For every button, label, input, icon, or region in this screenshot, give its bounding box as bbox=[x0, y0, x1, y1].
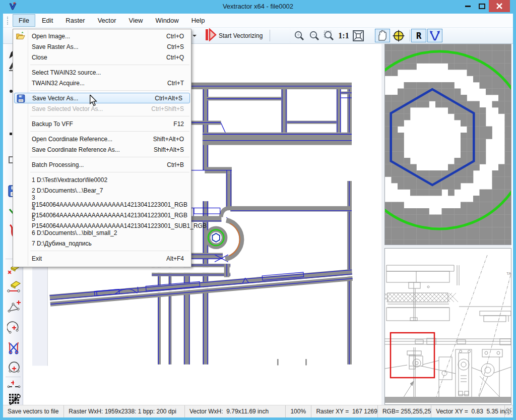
zoom-preview-drawing bbox=[385, 44, 511, 245]
menu-item-backup-to-vff[interactable]: Backup To VFFF12 bbox=[13, 118, 191, 129]
menu-item-label: 6 D:\Documents\...\bibl_small_2 bbox=[32, 229, 184, 236]
status-message: Save vectors to file bbox=[3, 405, 64, 417]
menu-separator bbox=[13, 155, 191, 159]
close-button[interactable] bbox=[489, 0, 510, 12]
menu-item-shortcut: Ctrl+Q bbox=[166, 54, 184, 61]
zoom-out-button[interactable] bbox=[307, 29, 321, 42]
zoom-select-button[interactable] bbox=[322, 29, 336, 42]
menu-item-shortcut: Ctrl+B bbox=[167, 161, 184, 168]
menu-separator bbox=[13, 170, 191, 174]
menu-item-save-coordinate-reference-as[interactable]: Save Coordinate Reference As...Shift+Alt… bbox=[13, 144, 191, 155]
menubar-item-view[interactable]: View bbox=[123, 14, 149, 27]
menu-item-save-vector-as[interactable]: Save Vector As...Ctrl+Alt+S bbox=[14, 93, 190, 103]
menu-item-label: Save Coordinate Reference As... bbox=[32, 146, 154, 153]
zoom-in-button[interactable] bbox=[292, 29, 306, 42]
start-vectorizing-button[interactable]: Start Vectorizing bbox=[205, 29, 263, 42]
menu-item-label: Batch Processing... bbox=[32, 161, 167, 168]
menu-separator bbox=[13, 114, 191, 118]
menu-item-open-coordinate-reference[interactable]: Open Coordinate Reference...Shift+Alt+O bbox=[13, 134, 191, 144]
overview-panel[interactable]: TA bbox=[384, 248, 511, 405]
cut-polyline-icon[interactable] bbox=[7, 340, 21, 354]
overview-drawing: TA bbox=[385, 249, 511, 404]
menu-item-open-image[interactable]: Open Image...Ctrl+O bbox=[13, 31, 191, 41]
menu-item-save-raster-as[interactable]: Save Raster As...Ctrl+S bbox=[13, 41, 191, 52]
maximize-button[interactable] bbox=[476, 0, 488, 12]
menu-item-shortcut: Ctrl+Shift+S bbox=[151, 105, 184, 112]
raster-xy: Raster XY = 167 1269 bbox=[311, 405, 378, 417]
menubar-item-help[interactable]: Help bbox=[185, 14, 211, 27]
menu-item-label: Save Raster As... bbox=[32, 43, 167, 50]
menu-bar: FileEditRasterVectorViewWindowHelp bbox=[3, 14, 513, 28]
menu-item-1-d-test-vextractor-file0002[interactable]: 1 D:\Test\Vextractor\file0002 bbox=[13, 174, 191, 185]
menu-item-twain32-acquire[interactable]: TWAIN32 Acquire...Ctrl+T bbox=[13, 78, 191, 88]
resize-grip[interactable] bbox=[505, 408, 512, 415]
toolbar-grip bbox=[7, 17, 9, 25]
start-vectorizing-icon bbox=[205, 28, 217, 43]
menu-item-shortcut: Shift+Alt+S bbox=[154, 146, 184, 153]
rgb-value: RGB= 255,255,25 bbox=[378, 405, 431, 417]
menu-item-label: 1 D:\Test\Vextractor\file0002 bbox=[32, 176, 184, 184]
menu-item-5-p1540064aaaaaaaaaaaaaaaa1421[interactable]: 5 P1540064AAAAAAAAAAAAAAAA14213041223001… bbox=[13, 217, 191, 227]
menu-item-label: Backup To VFF bbox=[32, 121, 173, 128]
menu-separator bbox=[13, 63, 191, 67]
menu-item-label: 7 D:\Дубина_подпись bbox=[32, 240, 184, 247]
close-icon bbox=[496, 3, 503, 10]
vector-xy: Vector XY = 0.83 5.35 inch bbox=[431, 405, 505, 417]
menubar-item-vector[interactable]: Vector bbox=[92, 14, 122, 27]
center-view-button[interactable] bbox=[391, 29, 406, 42]
menubar-item-file[interactable]: File bbox=[13, 14, 35, 27]
delete-segment-icon[interactable] bbox=[7, 280, 21, 294]
pan-tool-button[interactable] bbox=[375, 29, 390, 42]
menu-item-shortcut: Ctrl+S bbox=[167, 43, 184, 50]
menu-item-7-d[interactable]: 7 D:\Дубина_подпись bbox=[13, 238, 191, 249]
file-menu-dropdown: Open Image...Ctrl+OSave Raster As...Ctrl… bbox=[13, 29, 191, 267]
status-bar: Save vectors to fileRaster WxH: 1959x233… bbox=[3, 405, 513, 417]
floppy-icon bbox=[16, 94, 26, 103]
menu-item-close[interactable]: CloseCtrl+Q bbox=[13, 52, 191, 63]
menubar-item-edit[interactable]: Edit bbox=[36, 14, 59, 27]
menu-item-shortcut: Alt+F4 bbox=[166, 255, 184, 262]
window-title: Vextractor x64 - file0002 bbox=[0, 3, 516, 10]
overview-corner-label: TA bbox=[506, 271, 511, 276]
zoom-actual-size-button[interactable]: 1:1 bbox=[337, 29, 351, 42]
menu-item-label: Exit bbox=[32, 255, 166, 262]
menu-item-label: TWAIN32 Acquire... bbox=[32, 80, 167, 87]
vector-size: Vector WxH: 9.79x11.69 inch bbox=[185, 405, 286, 417]
menu-item-batch-processing[interactable]: Batch Processing...Ctrl+B bbox=[13, 159, 191, 170]
menu-item-exit[interactable]: ExitAlt+F4 bbox=[13, 253, 191, 264]
vector-view-toggle[interactable] bbox=[427, 29, 442, 42]
menu-item-6-d-documents-bibl-small-2[interactable]: 6 D:\Documents\...\bibl_small_2 bbox=[13, 227, 191, 238]
menu-item-label: Close bbox=[32, 54, 166, 61]
fit-to-window-button[interactable] bbox=[351, 29, 366, 42]
menu-item-shortcut: Ctrl+T bbox=[167, 80, 184, 87]
menu-item-label: Open Image... bbox=[32, 33, 166, 40]
menu-item-label: 2 D:\Documents\...\Bear_7 bbox=[32, 187, 184, 194]
mouse-cursor bbox=[89, 95, 98, 109]
app-window: Vextractor x64 - file0002 FileEditRaster… bbox=[0, 0, 516, 420]
zoom-level: 100% bbox=[286, 405, 311, 417]
menubar-item-raster[interactable]: Raster bbox=[59, 14, 91, 27]
menu-item-shortcut: Ctrl+Alt+S bbox=[155, 95, 182, 102]
raster-view-toggle[interactable]: R bbox=[411, 29, 426, 42]
menu-item-shortcut: F12 bbox=[173, 121, 184, 128]
menu-item-select-twain32-source[interactable]: Select TWAIN32 source... bbox=[13, 67, 191, 78]
toolbar-separator bbox=[270, 30, 270, 41]
menu-item-save-selected-vector-as[interactable]: Save Selected Vector As...Ctrl+Shift+S bbox=[13, 103, 191, 114]
menu-item-shortcut: Ctrl+O bbox=[166, 33, 184, 40]
menu-item-label: Select TWAIN32 source... bbox=[32, 69, 184, 76]
menu-separator bbox=[13, 88, 191, 93]
add-circle-icon[interactable] bbox=[7, 361, 21, 375]
add-segment-icon[interactable] bbox=[7, 378, 21, 392]
open-folder-icon bbox=[16, 31, 25, 41]
toolbar-separator bbox=[6, 377, 21, 377]
raster-size: Raster WxH: 1959x2338: 1 bpp: 200 dpi bbox=[64, 405, 185, 417]
titlebar: Vextractor x64 - file0002 bbox=[0, 0, 516, 14]
chevron-down-icon bbox=[192, 35, 197, 37]
minimize-button[interactable] bbox=[462, 0, 474, 12]
add-polyline-icon[interactable] bbox=[7, 300, 21, 314]
menu-separator bbox=[13, 249, 191, 253]
zoom-preview-panel[interactable] bbox=[384, 44, 511, 245]
menu-item-shortcut: Shift+Alt+O bbox=[153, 136, 184, 143]
add-arc-icon[interactable] bbox=[7, 320, 21, 334]
menubar-item-window[interactable]: Window bbox=[149, 14, 184, 27]
